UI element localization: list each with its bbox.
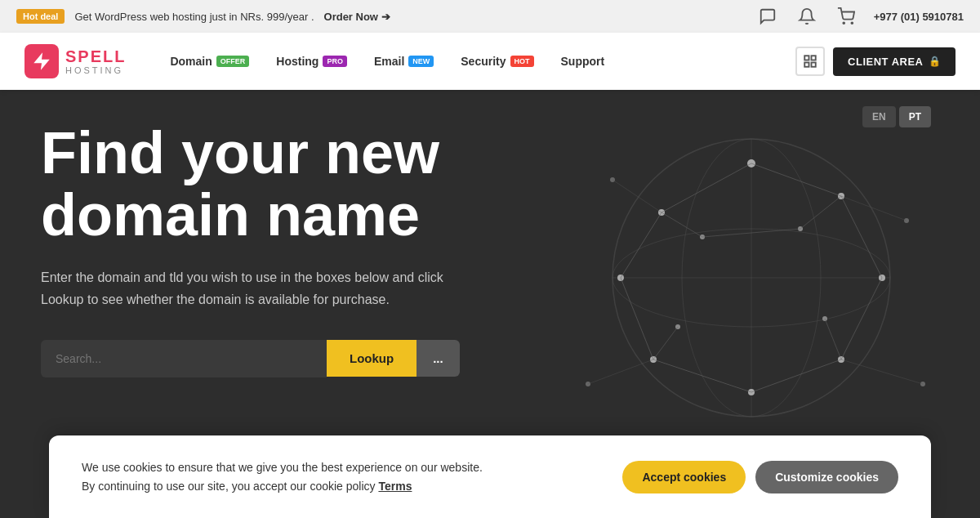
- svg-line-32: [662, 212, 702, 237]
- svg-line-35: [825, 319, 841, 359]
- cart-icon[interactable]: [835, 5, 858, 28]
- cookie-text: We use cookies to ensure that we give yo…: [82, 458, 598, 495]
- svg-line-36: [653, 327, 678, 359]
- sidebar-toggle[interactable]: [795, 47, 825, 76]
- announcement-right: +977 (01) 5910781: [756, 5, 964, 28]
- nav-item-domain[interactable]: Domain OFFER: [158, 48, 261, 74]
- domain-badge: OFFER: [216, 56, 250, 67]
- nav-right: CLIENT AREA 🔒: [795, 47, 956, 76]
- svg-line-27: [841, 278, 882, 359]
- announcement-text: Get WordPress web hosting just in NRs. 9…: [74, 11, 314, 23]
- logo-icon: [24, 44, 59, 78]
- svg-marker-2: [33, 52, 50, 70]
- svg-line-49: [588, 359, 653, 384]
- svg-line-34: [800, 196, 841, 229]
- security-badge: HOT: [510, 56, 534, 67]
- svg-point-0: [843, 22, 844, 24]
- nav-item-hosting[interactable]: Hosting PRO: [265, 48, 359, 74]
- lang-toggles: EN PT: [862, 106, 931, 127]
- email-badge: NEW: [408, 56, 434, 67]
- svg-line-47: [841, 196, 906, 221]
- hero-content: Find your new domain name Enter the doma…: [41, 123, 466, 394]
- svg-line-24: [662, 163, 751, 212]
- svg-line-31: [621, 212, 662, 278]
- lock-icon: 🔒: [929, 56, 942, 67]
- svg-rect-3: [804, 56, 808, 60]
- search-input-wrapper: [41, 340, 327, 377]
- svg-rect-5: [804, 63, 808, 67]
- client-area-label: CLIENT AREA: [848, 56, 923, 68]
- navbar: SPELL HOSTING Domain OFFER Hosting PRO E…: [0, 33, 980, 90]
- network-graphic: [514, 114, 964, 466]
- svg-rect-6: [812, 63, 816, 67]
- svg-rect-4: [812, 56, 816, 60]
- logo-spell: SPELL: [65, 47, 126, 65]
- chat-icon[interactable]: [756, 5, 779, 28]
- search-bar: Lookup ...: [41, 340, 466, 377]
- client-area-button[interactable]: CLIENT AREA 🔒: [833, 47, 956, 76]
- cookie-terms-link[interactable]: Terms: [378, 480, 412, 493]
- svg-point-1: [851, 22, 853, 24]
- logo-hosting-text: HOSTING: [65, 65, 126, 75]
- hero-title: Find your new domain name: [41, 123, 466, 246]
- accept-cookies-button[interactable]: Accept cookies: [622, 461, 746, 493]
- announcement-bar: Hot deal Get WordPress web hosting just …: [0, 0, 980, 33]
- cookie-buttons: Accept cookies Customize cookies: [622, 461, 898, 493]
- svg-line-28: [751, 359, 841, 392]
- domain-search-input[interactable]: [56, 352, 312, 365]
- phone-number: +977 (01) 5910781: [874, 11, 964, 23]
- svg-line-46: [612, 180, 662, 212]
- order-now-link[interactable]: Order Now ➔: [324, 11, 390, 23]
- hero-subtitle: Enter the domain and tld you wish to use…: [41, 266, 466, 310]
- lang-pt-button[interactable]: PT: [899, 106, 931, 127]
- lookup-button[interactable]: Lookup: [327, 340, 416, 377]
- nav-item-email[interactable]: Email NEW: [363, 48, 445, 74]
- more-button[interactable]: ...: [416, 340, 460, 377]
- hot-deal-badge: Hot deal: [16, 9, 65, 24]
- svg-line-29: [653, 359, 751, 392]
- hosting-badge: PRO: [323, 56, 347, 67]
- nav-item-support[interactable]: Support: [550, 48, 617, 74]
- cookie-banner: We use cookies to ensure that we give yo…: [49, 435, 931, 518]
- bell-icon[interactable]: [795, 5, 818, 28]
- customize-cookies-button[interactable]: Customize cookies: [755, 461, 898, 493]
- logo[interactable]: SPELL HOSTING: [24, 44, 126, 78]
- svg-line-30: [621, 278, 653, 359]
- svg-line-26: [841, 196, 882, 278]
- svg-line-25: [751, 163, 841, 196]
- lang-en-button[interactable]: EN: [862, 106, 896, 127]
- nav-links: Domain OFFER Hosting PRO Email NEW Secur…: [158, 48, 795, 74]
- nav-item-security[interactable]: Security HOT: [449, 48, 545, 74]
